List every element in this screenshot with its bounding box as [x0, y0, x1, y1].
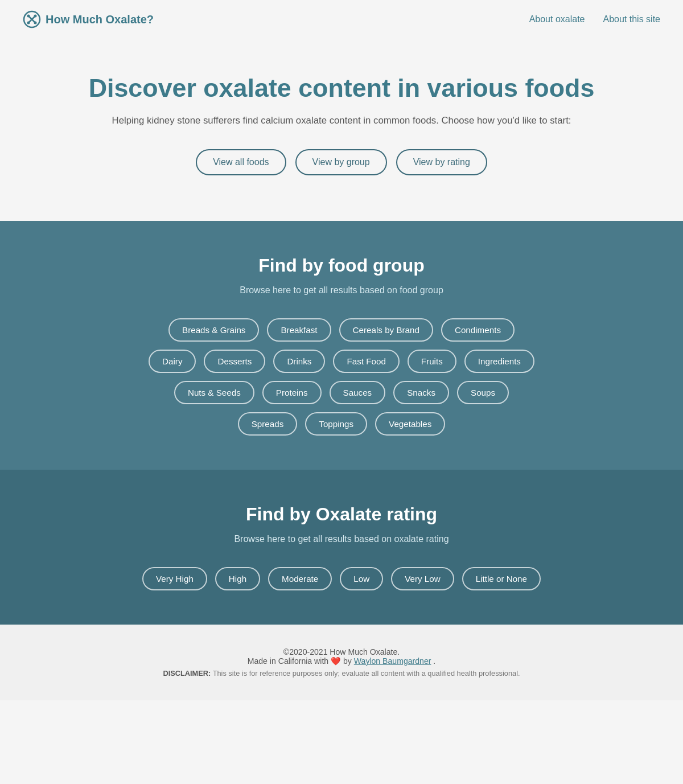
rating-tag[interactable]: Very Low: [391, 567, 454, 590]
heart-icon: ❤️: [331, 656, 343, 666]
footer-copyright: ©2020-2021 How Much Oxalate.: [11, 647, 672, 656]
rating-tags: Very HighHighModerateLowVery LowLittle o…: [142, 567, 541, 590]
food-group-tag[interactable]: Fruits: [408, 350, 456, 373]
site-header: How Much Oxalate? About oxalate About th…: [0, 0, 683, 39]
food-group-tag[interactable]: Drinks: [273, 350, 325, 373]
food-group-section: Find by food group Browse here to get al…: [0, 221, 683, 470]
food-group-tag[interactable]: Breakfast: [267, 318, 331, 342]
view-by-group-button[interactable]: View by group: [295, 149, 387, 175]
food-group-tag[interactable]: Vegetables: [375, 412, 445, 436]
made-in-text: Made in California with: [248, 656, 328, 666]
logo-link[interactable]: How Much Oxalate?: [23, 10, 154, 28]
footer-disclaimer: DISCLAIMER: This site is for reference p…: [11, 669, 672, 678]
food-group-tag[interactable]: Snacks: [393, 381, 449, 404]
food-group-tag[interactable]: Spreads: [238, 412, 298, 436]
disclaimer-label: DISCLAIMER:: [163, 669, 211, 678]
view-by-rating-button[interactable]: View by rating: [396, 149, 487, 175]
svg-point-6: [34, 22, 37, 24]
food-group-tag[interactable]: Sauces: [330, 381, 386, 404]
disclaimer-text: This site is for reference purposes only…: [213, 669, 520, 678]
nav-about-site[interactable]: About this site: [603, 14, 661, 24]
footer-made-in: Made in California with ❤️ by Waylon Bau…: [11, 656, 672, 666]
food-group-tag[interactable]: Toppings: [305, 412, 367, 436]
svg-point-5: [27, 22, 30, 24]
author-link[interactable]: Waylon Baumgardner: [354, 656, 431, 666]
logo-icon: [23, 10, 41, 28]
rating-tag[interactable]: Little or None: [462, 567, 541, 590]
food-group-tag[interactable]: Breads & Grains: [168, 318, 259, 342]
food-group-heading: Find by food group: [11, 255, 672, 276]
copyright-text: ©2020-2021 How Much Oxalate.: [283, 647, 400, 656]
food-group-subtext: Browse here to get all results based on …: [11, 285, 672, 295]
food-group-tag[interactable]: Condiments: [441, 318, 515, 342]
svg-point-4: [34, 15, 37, 18]
food-group-tag[interactable]: Ingredients: [464, 350, 534, 373]
rating-tag[interactable]: Very High: [142, 567, 207, 590]
site-footer: ©2020-2021 How Much Oxalate. Made in Cal…: [0, 625, 683, 700]
view-all-foods-button[interactable]: View all foods: [196, 149, 286, 175]
logo-text: How Much Oxalate?: [46, 13, 154, 26]
food-group-tag[interactable]: Cereals by Brand: [339, 318, 433, 342]
by-text: by: [343, 656, 352, 666]
food-group-tag[interactable]: Desserts: [204, 350, 265, 373]
food-group-tag[interactable]: Nuts & Seeds: [174, 381, 254, 404]
nav-about-oxalate[interactable]: About oxalate: [529, 14, 585, 24]
rating-tag[interactable]: High: [215, 567, 260, 590]
food-group-tag[interactable]: Fast Food: [333, 350, 399, 373]
rating-subtext: Browse here to get all results based on …: [11, 534, 672, 544]
hero-buttons: View all foods View by group View by rat…: [11, 149, 672, 175]
rating-heading: Find by Oxalate rating: [11, 504, 672, 525]
rating-tag[interactable]: Low: [340, 567, 383, 590]
food-group-tag[interactable]: Dairy: [149, 350, 196, 373]
hero-section: Discover oxalate content in various food…: [0, 39, 683, 221]
food-group-tag[interactable]: Soups: [457, 381, 509, 404]
rating-section: Find by Oxalate rating Browse here to ge…: [0, 470, 683, 625]
food-group-tags: Breads & GrainsBreakfastCereals by Brand…: [142, 318, 541, 436]
rating-tag[interactable]: Moderate: [268, 567, 332, 590]
food-group-tag[interactable]: Proteins: [262, 381, 322, 404]
svg-point-3: [27, 15, 30, 18]
hero-heading: Discover oxalate content in various food…: [11, 73, 672, 104]
main-nav: About oxalate About this site: [529, 14, 660, 24]
hero-subtext: Helping kidney stone sufferers find calc…: [11, 115, 672, 126]
